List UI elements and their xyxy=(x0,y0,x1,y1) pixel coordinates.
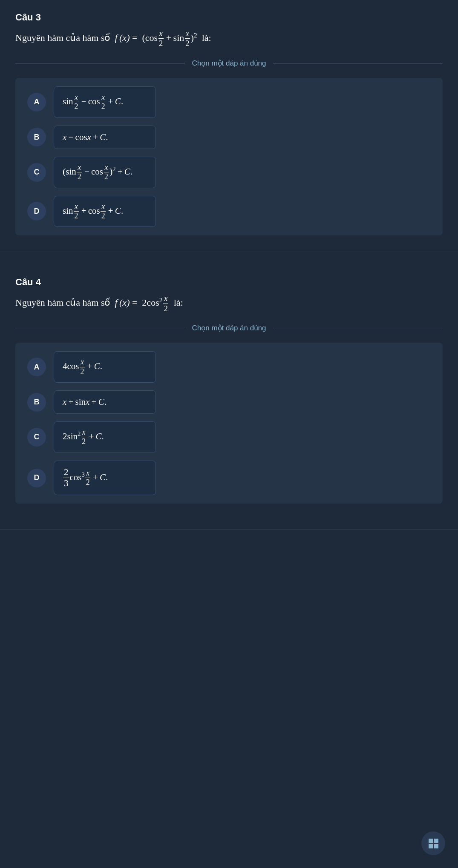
answer-row-q3a[interactable]: A sinx2 − cosx2 + C. xyxy=(27,86,431,118)
answer-letter-q3b: B xyxy=(27,128,46,146)
question-3-label: Câu 3 xyxy=(15,12,443,23)
question-4-label: Câu 4 xyxy=(15,277,443,288)
grid-icon xyxy=(429,839,438,848)
answer-letter-q4d: D xyxy=(27,469,46,487)
answer-row-q3b[interactable]: B x − cosx + C. xyxy=(27,126,431,149)
question-4-text: Nguyên hàm của hàm số f (x) = 2cos2x2 là… xyxy=(15,294,443,313)
answer-box-q3c: (sinx2 − cosx2)2 + C. xyxy=(54,157,156,188)
answer-letter-q3a: A xyxy=(27,93,46,112)
answer-letter-q4a: A xyxy=(27,358,46,376)
answer-letter-q4b: B xyxy=(27,393,46,412)
answer-box-q3b: x − cosx + C. xyxy=(54,126,156,149)
answer-box-q4c: 2sin2x2 + C. xyxy=(54,421,156,453)
divider-line-right-4 xyxy=(273,328,443,328)
answer-row-q4a[interactable]: A 4cosx2 + C. xyxy=(27,351,431,383)
answer-letter-q3d: D xyxy=(27,202,46,221)
divider-line-left xyxy=(15,63,185,63)
question-4-formula: f (x) = 2cos2x2 xyxy=(112,297,171,308)
question-3-formula: f (x) = (cosx2 + sinx2)2 xyxy=(112,32,199,43)
grid-menu-button[interactable] xyxy=(421,831,445,855)
divider-text-4: Chọn một đáp án đúng xyxy=(192,324,266,332)
answer-box-q4a: 4cosx2 + C. xyxy=(54,351,156,383)
divider-line-right xyxy=(273,63,443,63)
answer-row-q4c[interactable]: C 2sin2x2 + C. xyxy=(27,421,431,453)
answer-row-q4b[interactable]: B x + sinx + C. xyxy=(27,390,431,414)
divider-line-left-4 xyxy=(15,328,185,328)
answer-row-q3d[interactable]: D sinx2 + cosx2 + C. xyxy=(27,196,431,227)
question-4: Câu 4 Nguyên hàm của hàm số f (x) = 2cos… xyxy=(0,265,458,530)
answer-box-q3a: sinx2 − cosx2 + C. xyxy=(54,86,156,118)
question-4-divider: Chọn một đáp án đúng xyxy=(15,324,443,332)
answer-row-q4d[interactable]: D 23cos3x2 + C. xyxy=(27,461,431,495)
answer-letter-q4c: C xyxy=(27,428,46,447)
answer-box-q4b: x + sinx + C. xyxy=(54,390,156,414)
question-3: Câu 3 Nguyên hàm của hàm số f (x) = (cos… xyxy=(0,0,458,251)
question-3-answers: A sinx2 − cosx2 + C. B x − cosx + C. C (… xyxy=(15,78,443,235)
question-3-divider: Chọn một đáp án đúng xyxy=(15,59,443,68)
divider-text: Chọn một đáp án đúng xyxy=(192,59,266,68)
answer-letter-q3c: C xyxy=(27,163,46,182)
question-4-answers: A 4cosx2 + C. B x + sinx + C. C 2sin2x2 … xyxy=(15,343,443,504)
answer-row-q3c[interactable]: C (sinx2 − cosx2)2 + C. xyxy=(27,157,431,188)
answer-box-q3d: sinx2 + cosx2 + C. xyxy=(54,196,156,227)
answer-box-q4d: 23cos3x2 + C. xyxy=(54,461,156,495)
question-3-text: Nguyên hàm của hàm số f (x) = (cosx2 + s… xyxy=(15,29,443,49)
